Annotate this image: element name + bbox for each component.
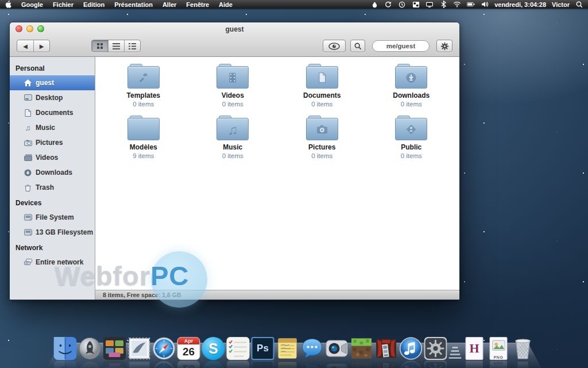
folder-icon <box>306 64 338 89</box>
sidebar-section-network: Network <box>10 240 95 255</box>
folder-count: 0 items <box>401 101 422 108</box>
path-field[interactable] <box>372 40 430 52</box>
folder-count: 0 items <box>311 152 332 159</box>
document-icon <box>24 109 32 117</box>
dock-reminders-icon[interactable] <box>227 337 250 360</box>
hammer-emblem-icon <box>137 71 150 84</box>
icon-view-button[interactable] <box>92 40 108 52</box>
page-emblem-icon <box>316 71 328 84</box>
sidebar-item-label: Trash <box>36 183 54 191</box>
volume-icon[interactable] <box>481 1 489 8</box>
sidebar-item-downloads[interactable]: Downloads <box>10 165 95 180</box>
dock-photoshop-icon[interactable]: Ps <box>252 337 274 360</box>
display-icon[interactable] <box>425 1 434 8</box>
dock-facetime-camera-icon[interactable] <box>326 337 349 360</box>
search-button[interactable] <box>350 40 365 52</box>
sidebar-item-label: Videos <box>36 154 58 162</box>
time-machine-icon[interactable] <box>398 1 406 8</box>
sidebar-item-desktop[interactable]: Desktop <box>10 90 95 105</box>
download-circle-icon <box>24 168 32 177</box>
dock-screenshots-icon[interactable] <box>103 337 126 360</box>
sidebar-item-13gb-filesystem[interactable]: 13 GB Filesystem <box>10 225 95 240</box>
dock-safari-icon[interactable] <box>153 337 176 360</box>
sidebar-item-entire-network[interactable]: Entire network <box>10 255 95 270</box>
dock-skype-icon[interactable]: S <box>202 337 225 360</box>
dock-messages-icon[interactable] <box>301 337 324 360</box>
dock-mail-icon[interactable] <box>128 337 151 360</box>
menu-bar-user[interactable]: Victor <box>552 1 570 8</box>
png-file-label: PNG <box>494 355 504 359</box>
menu-edition[interactable]: Edition <box>83 1 105 8</box>
close-button[interactable] <box>16 25 22 32</box>
dock-h-document-icon[interactable]: H <box>466 337 483 360</box>
preview-button[interactable] <box>323 40 346 52</box>
dock-photo-booth-icon[interactable] <box>375 337 398 360</box>
sidebar-item-label: Entire network <box>36 258 83 266</box>
folder-documents[interactable]: Documents 0 items <box>277 60 367 112</box>
sidebar-item-file-system[interactable]: File System <box>10 210 95 225</box>
menu-fenetre[interactable]: Fenêtre <box>186 1 209 8</box>
menu-fichier[interactable]: Fichier <box>53 1 74 8</box>
folder-icon <box>306 116 338 141</box>
back-button[interactable]: ◀ <box>17 40 33 52</box>
folder-modeles[interactable]: Modèles 9 items <box>99 112 188 164</box>
workspace-icon[interactable] <box>412 1 420 8</box>
folder-name: Documents <box>303 91 341 99</box>
dock-calendar-icon[interactable]: Apr 26 <box>177 337 200 360</box>
folder-music[interactable]: ♫ Music 0 items <box>188 112 278 164</box>
music-note-emblem-icon: ♫ <box>227 123 238 137</box>
sidebar-item-pictures[interactable]: Pictures <box>10 135 95 150</box>
menu-aide[interactable]: Aide <box>219 1 233 8</box>
menu-presentation[interactable]: Présentation <box>114 1 153 8</box>
sync-icon[interactable] <box>384 1 392 8</box>
photoshop-label: Ps <box>257 343 269 354</box>
minimize-button[interactable] <box>26 25 33 32</box>
dock-system-preferences-icon[interactable] <box>424 337 447 360</box>
dock-trash-icon[interactable] <box>512 337 535 360</box>
bluetooth-icon[interactable] <box>439 1 447 8</box>
folder-name: Templates <box>127 91 160 99</box>
dock-png-file-icon[interactable]: PNG <box>490 337 508 360</box>
calendar-day-label: 26 <box>178 344 200 359</box>
sidebar-item-trash[interactable]: Trash <box>10 180 95 195</box>
compact-view-button[interactable] <box>124 40 140 52</box>
sidebar-item-label: Desktop <box>36 94 63 102</box>
dock-notes-icon[interactable] <box>276 337 299 360</box>
menu-bar-clock[interactable]: vendredi, 3:04:28 <box>494 1 546 8</box>
hard-drive-icon <box>24 228 32 236</box>
sidebar-item-label: 13 GB Filesystem <box>36 228 93 236</box>
title-bar[interactable]: guest <box>10 22 459 36</box>
sidebar-section-devices: Devices <box>10 195 95 210</box>
battery-icon[interactable] <box>467 1 475 8</box>
download-emblem-icon <box>405 71 418 85</box>
drop-icon[interactable] <box>370 1 378 8</box>
folder-pictures[interactable]: Pictures 0 items <box>277 112 367 164</box>
dock-itunes-icon[interactable] <box>400 337 423 360</box>
folder-public[interactable]: Public 0 items <box>367 112 457 164</box>
sidebar-item-label: Music <box>36 124 55 132</box>
sidebar-item-music[interactable]: ♫ Music <box>10 120 95 135</box>
folder-icon <box>395 116 427 141</box>
dock-minecraft-icon[interactable] <box>350 337 373 360</box>
sidebar-item-videos[interactable]: Videos <box>10 150 95 165</box>
wifi-icon[interactable] <box>453 1 461 8</box>
folder-downloads[interactable]: Downloads 0 items <box>367 60 457 112</box>
apple-menu-icon[interactable] <box>5 1 11 8</box>
zoom-button[interactable] <box>37 25 44 32</box>
menu-google[interactable]: Google <box>21 1 43 8</box>
calendar-month-label: Apr <box>178 338 200 344</box>
dock-launchpad-icon[interactable] <box>79 337 102 360</box>
spotlight-search-icon[interactable] <box>575 1 583 8</box>
folder-videos[interactable]: Videos 0 items <box>188 60 278 112</box>
folder-templates[interactable]: Templates 0 items <box>99 60 188 112</box>
person-diamond-emblem-icon <box>404 122 418 136</box>
menu-aller[interactable]: Aller <box>163 1 176 8</box>
dock-finder-icon[interactable] <box>54 337 77 360</box>
folder-name: Downloads <box>393 91 430 99</box>
forward-button[interactable]: ▶ <box>33 40 49 52</box>
settings-gear-button[interactable] <box>436 40 452 52</box>
list-view-button[interactable] <box>108 40 124 52</box>
sidebar-item-guest[interactable]: guest <box>10 75 95 90</box>
window-title: guest <box>225 25 243 33</box>
sidebar-item-documents[interactable]: Documents <box>10 105 95 120</box>
